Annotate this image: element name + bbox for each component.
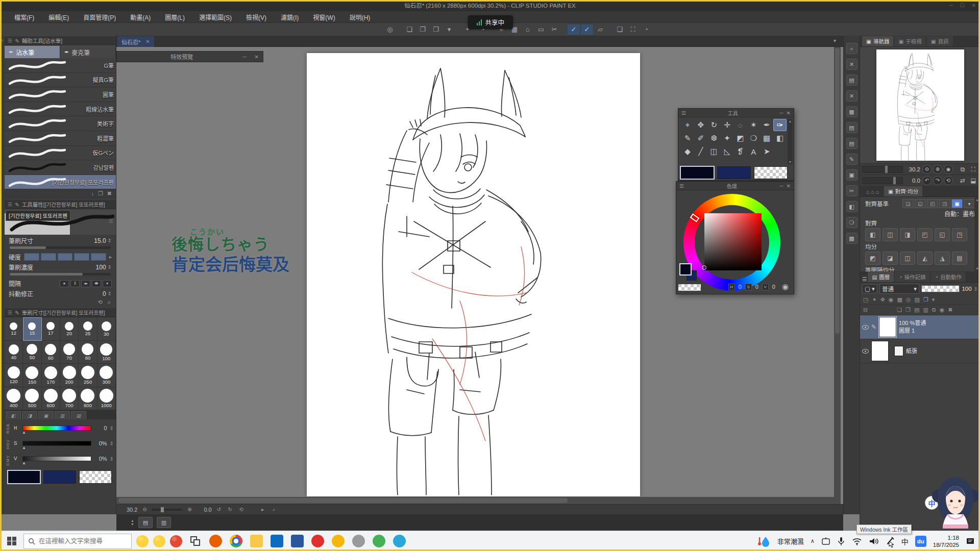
brush-size-option[interactable]: 600 <box>42 387 60 411</box>
app-green-icon[interactable] <box>373 535 385 547</box>
opacity-value[interactable]: 100 <box>962 286 971 292</box>
document-tab[interactable]: 仙石忍*✕ <box>117 36 154 47</box>
brush-size-option[interactable]: 800 <box>79 387 97 411</box>
close-icon[interactable]: ✕ <box>787 110 791 116</box>
tool-icon[interactable]: ╱ <box>694 145 707 158</box>
tab-導航器[interactable]: ▣導航器 <box>862 36 893 46</box>
subtool-tab-沾水筆[interactable]: ✒沾水筆 <box>5 45 60 58</box>
brush-size-option[interactable]: 30 <box>97 317 116 341</box>
firefox-icon[interactable] <box>209 535 222 547</box>
left-dock-collapse-strip[interactable]: « <box>0 36 5 514</box>
collapsed-palette-icon[interactable]: ✕ <box>846 59 857 70</box>
tab-align-distribute[interactable]: ▣對齊·均分 <box>884 186 922 196</box>
hardness-selector[interactable] <box>24 253 106 261</box>
brush-item[interactable]: 강남말펜 <box>5 160 116 175</box>
toolbar-icon[interactable]: ◔ <box>640 24 652 35</box>
slider-sat[interactable]: ▲ <box>22 441 91 446</box>
navigator-preview[interactable] <box>860 47 980 163</box>
tool-icon[interactable]: ❡ <box>734 145 747 158</box>
app-gray-icon[interactable] <box>352 535 365 547</box>
tool-icon[interactable]: ◩ <box>734 132 747 144</box>
toolbar-icon[interactable]: ▾ <box>443 24 455 35</box>
tool-icon[interactable]: ✑ <box>773 119 787 131</box>
slider-caret-icon[interactable]: ▲ <box>22 445 26 450</box>
toolbar-icon[interactable]: ❐ <box>416 24 429 35</box>
transparent-color-swatch[interactable] <box>79 470 112 484</box>
align-basis-option[interactable]: ◲ <box>902 199 914 208</box>
distribute-button[interactable]: ◮ <box>935 252 950 265</box>
menu-item[interactable]: 視窗(W) <box>307 11 341 23</box>
canvas-horizontal-scrollbar[interactable] <box>116 497 841 504</box>
copy-brush-icon[interactable]: ❐ <box>98 190 103 198</box>
layer-thumbnail[interactable] <box>871 341 889 361</box>
rotate-right-icon[interactable]: ↻ <box>226 507 234 512</box>
fit-screen-icon[interactable]: ▸ <box>259 507 267 512</box>
effect-preview-window[interactable]: 特效預覽 ─ ✕ <box>116 51 263 62</box>
align-button[interactable]: ◱ <box>935 228 950 241</box>
app-blue-icon[interactable] <box>291 535 304 547</box>
slider-val[interactable]: ▲ <box>22 456 91 461</box>
tab-自動動作[interactable]: ◔自動動作 <box>931 272 966 282</box>
collapsed-palette-icon[interactable]: ▤ <box>846 138 857 149</box>
color-set-tab[interactable]: ◧ <box>6 411 21 419</box>
collapsed-palette-icon[interactable]: ❍ <box>846 217 857 228</box>
layer-effect-icon[interactable]: ▩ <box>897 296 902 303</box>
canvas-vertical-scrollbar[interactable] <box>834 47 841 497</box>
panel-menu-icon[interactable]: ☰ <box>8 38 12 43</box>
collapsed-palette-icon[interactable]: ✂ <box>846 185 857 196</box>
align-basis-option[interactable]: ◳ <box>939 199 950 208</box>
brush-item[interactable]: 圓筆 <box>5 87 116 102</box>
tablet-icon[interactable] <box>821 537 830 545</box>
sv-picker-handle[interactable] <box>702 265 706 270</box>
menu-item[interactable]: 動畫(A) <box>124 11 157 23</box>
panel-menu-icon[interactable]: ☰ <box>679 183 684 189</box>
mini-color-swatches[interactable] <box>679 263 697 281</box>
app-teal-icon[interactable] <box>393 535 406 547</box>
weather-label[interactable]: 非常潮濕 <box>777 536 804 546</box>
density-value[interactable]: 100 <box>96 264 106 271</box>
collapsed-palette-icon[interactable]: ▣ <box>846 169 857 181</box>
zoom-in-icon[interactable]: ⊕ <box>185 507 193 512</box>
slider-hue[interactable]: ▲ <box>22 425 91 431</box>
combine-layer-icon[interactable]: ⧉ <box>932 307 936 313</box>
sub-color-swatch[interactable] <box>717 166 751 179</box>
rotate-left-icon[interactable]: ↺ <box>215 507 223 512</box>
brush-item[interactable]: 美術字 <box>5 116 116 131</box>
slider-caret-icon[interactable]: ▲ <box>22 430 26 435</box>
brush-item[interactable]: 仮Gペン <box>5 146 116 161</box>
brush-size-option[interactable]: 60 <box>42 341 60 364</box>
delete-layer-icon[interactable]: ✖ <box>948 307 952 313</box>
navigator-rotate-slider[interactable] <box>862 177 903 184</box>
close-button[interactable]: ✕ <box>972 0 976 11</box>
brush-size-option[interactable]: 700 <box>60 387 79 411</box>
layer-effect-icon[interactable]: ◎ <box>906 296 911 303</box>
brush-size-option[interactable]: 150 <box>23 364 41 387</box>
spinner-icon[interactable]: ⇕ <box>974 286 978 292</box>
emoji-shortcut-icon[interactable] <box>170 535 182 547</box>
minimize-icon[interactable]: ─ <box>239 54 251 60</box>
rotate-reset-icon[interactable]: ⟲ <box>237 507 246 512</box>
panel-menu-icon[interactable]: ☰ <box>8 310 12 315</box>
tab-子檢視[interactable]: ▣子檢視 <box>894 36 925 46</box>
layer-item[interactable]: ✎100 %普通圖層 1 <box>860 315 980 339</box>
brush-item[interactable]: 粗線沾水筆 <box>5 102 116 117</box>
align-button[interactable]: ◧ <box>865 228 880 241</box>
toolbar-icon[interactable]: ❏ <box>403 24 415 35</box>
brush-size-slider[interactable] <box>10 246 111 249</box>
color-mode-rgb[interactable]: RGB <box>6 423 13 434</box>
align-button[interactable]: ◳ <box>952 228 967 241</box>
minimize-icon[interactable]: ─ <box>780 110 783 116</box>
menu-item[interactable]: 說明(H) <box>344 11 377 23</box>
tool-icon[interactable]: ◧ <box>773 132 787 144</box>
collapsed-palette-icon[interactable]: ⌕ <box>846 43 857 54</box>
collapse-icon[interactable]: ⊟ <box>863 307 868 313</box>
wifi-icon[interactable] <box>852 537 862 545</box>
start-button[interactable] <box>0 531 23 551</box>
align-button[interactable]: ◨ <box>900 228 915 241</box>
brush-size-option[interactable]: 25 <box>79 317 97 341</box>
task-view-button[interactable] <box>189 535 202 547</box>
zoom-slider[interactable] <box>152 509 182 511</box>
emoji-shortcut-icon[interactable] <box>153 535 165 547</box>
tab-操作記錄[interactable]: ◔操作記錄 <box>895 272 929 282</box>
slider-caret-icon[interactable]: ▲ <box>22 461 26 465</box>
